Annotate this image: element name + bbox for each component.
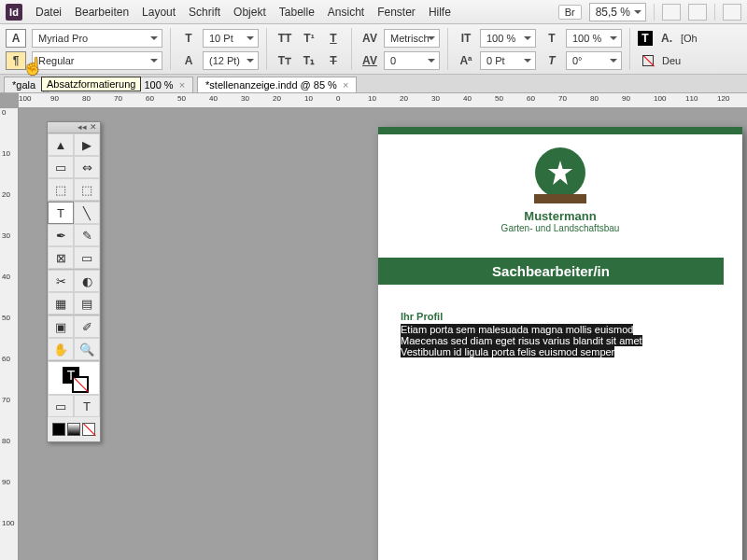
menu-schrift[interactable]: Schrift	[189, 6, 220, 19]
color-apply-row	[48, 417, 100, 441]
page-top-bar	[378, 127, 742, 134]
cursor-icon	[22, 56, 39, 77]
menu-layout[interactable]: Layout	[142, 6, 176, 19]
app-logo: Id	[6, 4, 22, 21]
company-logo-icon	[535, 147, 585, 198]
fill-color-icon[interactable]: T	[638, 31, 653, 46]
apply-none-icon[interactable]	[82, 423, 95, 436]
superscript-icon[interactable]: T¹	[299, 29, 319, 48]
transform-tool[interactable]: ◐	[74, 270, 100, 292]
apply-gradient-icon[interactable]	[67, 423, 80, 436]
content-collector-tool[interactable]: ⬚	[48, 178, 74, 201]
charstyle-icon[interactable]: A.	[656, 29, 677, 48]
type-tool[interactable]: T	[48, 202, 74, 224]
eyedropper-tool[interactable]: ✐	[74, 315, 100, 338]
hscale-dropdown[interactable]: 100 %	[566, 29, 622, 48]
selected-text-line[interactable]: Vestibulum id ligula porta felis euismod…	[401, 346, 720, 357]
page-body[interactable]: Ihr Profil Etiam porta sem malesuada mag…	[378, 285, 742, 384]
tab-stellenanzeige[interactable]: *stellenanzeige.indd @ 85 %×	[197, 77, 357, 92]
ruler-horizontal: 1009080706050403020100102030405060708090…	[19, 93, 747, 108]
close-icon[interactable]: ×	[343, 79, 348, 91]
view-mode-2-icon[interactable]	[688, 4, 707, 21]
document-page[interactable]: Mustermann Garten- und Landschaftsbau Sa…	[378, 127, 742, 560]
zoom-dropdown[interactable]: 85,5 %	[589, 3, 646, 21]
rect-frame-tool[interactable]: ⊠	[48, 246, 74, 269]
close-icon[interactable]: ×	[179, 79, 185, 91]
ruler-vertical: 0102030405060708090100110	[0, 108, 19, 560]
control-bar: A ¶ Myriad Pro Regular T10 Pt A(12 Pt) T…	[0, 24, 747, 75]
format-container-icon[interactable]: ▭	[48, 395, 74, 417]
job-title-banner: Sachbearbeiter/in	[378, 258, 724, 285]
screen-mode-icon[interactable]	[723, 4, 741, 21]
vscale-dropdown[interactable]: 100 %	[480, 29, 536, 48]
leading-dropdown[interactable]: (12 Pt)	[203, 51, 259, 70]
font-family-dropdown[interactable]: Myriad Pro	[32, 29, 162, 48]
menu-fenster[interactable]: Fenster	[377, 6, 416, 19]
menu-hilfe[interactable]: Hilfe	[429, 6, 451, 19]
ribbon-icon	[534, 194, 586, 203]
font-style-dropdown[interactable]: Regular	[32, 51, 162, 70]
selection-tool[interactable]: ▲	[48, 133, 74, 156]
profile-heading: Ihr Profil	[401, 311, 720, 322]
bridge-button[interactable]: Br	[558, 5, 582, 20]
gap-tool[interactable]: ⇔	[74, 156, 100, 178]
menu-ansicht[interactable]: Ansicht	[328, 6, 364, 19]
line-tool[interactable]: ╲	[74, 202, 100, 224]
direct-selection-tool[interactable]: ▶	[74, 133, 100, 156]
selected-text-line[interactable]: Etiam porta sem malesuada magna mollis e…	[401, 324, 720, 335]
hscale-icon: T	[542, 29, 562, 48]
vscale-icon: IT	[456, 29, 476, 48]
leading-icon: A	[178, 51, 199, 70]
subscript-icon[interactable]: T₁	[299, 51, 319, 70]
charstyle-value: [Oh	[681, 33, 698, 44]
menu-bar: Id Datei Bearbeiten Layout Schrift Objek…	[0, 0, 747, 24]
lang-label: Deu	[662, 55, 681, 66]
char-format-toggle[interactable]: A	[6, 29, 26, 48]
canvas[interactable]: ◂◂ ✕ ▲ ▶ ▭ ⇔ ⬚ ⬚ T ╲ ✒ ✎ ⊠ ▭ ✂ ◐ ▦ ▤	[19, 108, 747, 560]
menu-tabelle[interactable]: Tabelle	[279, 6, 315, 19]
baseline-dropdown[interactable]: 0 Pt	[480, 51, 536, 70]
zoom-tool[interactable]: 🔍	[74, 338, 100, 360]
company-name: Mustermann	[378, 209, 742, 223]
allcaps-icon[interactable]: TT	[275, 29, 295, 48]
smallcaps-icon[interactable]: Tᴛ	[275, 51, 295, 70]
content-placer-tool[interactable]: ⬚	[74, 178, 100, 201]
pen-tool[interactable]: ✒	[48, 224, 74, 246]
kerning-icon: AV	[359, 29, 380, 48]
font-size-icon: T	[178, 29, 199, 48]
tracking-icon: AV	[359, 51, 380, 70]
document-tabbar: *gala lenanzeige.indd @ 100 %× *stellena…	[0, 75, 747, 93]
menu-objekt[interactable]: Objekt	[233, 6, 266, 19]
skew-dropdown[interactable]: 0°	[566, 51, 622, 70]
font-size-dropdown[interactable]: 10 Pt	[203, 29, 259, 48]
note-tool[interactable]: ▣	[48, 315, 74, 338]
tooltip-absatzformatierung: Absatzformatierung	[41, 77, 141, 91]
scissors-tool[interactable]: ✂	[48, 270, 74, 292]
tracking-dropdown[interactable]: 0	[384, 51, 440, 70]
fill-stroke-proxy[interactable]: T	[48, 361, 100, 395]
menu-datei[interactable]: Datei	[35, 6, 62, 19]
baseline-icon: Aª	[456, 51, 476, 70]
gradient-feather-tool[interactable]: ▤	[74, 292, 100, 315]
strikethrough-icon[interactable]: T	[323, 51, 344, 70]
kerning-dropdown[interactable]: Metrisch	[384, 29, 440, 48]
page-logo-area: Mustermann Garten- und Landschaftsbau	[378, 134, 742, 241]
tools-panel[interactable]: ◂◂ ✕ ▲ ▶ ▭ ⇔ ⬚ ⬚ T ╲ ✒ ✎ ⊠ ▭ ✂ ◐ ▦ ▤	[47, 121, 101, 442]
skew-icon: T	[542, 51, 562, 70]
apply-color-icon[interactable]	[52, 423, 65, 436]
page-tool[interactable]: ▭	[48, 156, 74, 178]
tab-gala[interactable]: *gala	[4, 77, 44, 92]
pencil-tool[interactable]: ✎	[74, 224, 100, 246]
format-text-icon[interactable]: T	[74, 395, 100, 417]
underline-icon[interactable]: T	[323, 29, 344, 48]
panel-collapse-icon[interactable]: ◂◂ ✕	[48, 122, 100, 133]
gradient-swatch-tool[interactable]: ▦	[48, 292, 74, 315]
rectangle-tool[interactable]: ▭	[74, 246, 100, 269]
selected-text-line[interactable]: Maecenas sed diam eget risus varius blan…	[401, 335, 720, 346]
work-area: 1009080706050403020100102030405060708090…	[0, 93, 747, 560]
stroke-color-icon[interactable]	[638, 51, 658, 70]
view-mode-1-icon[interactable]	[662, 4, 681, 21]
menu-bearbeiten[interactable]: Bearbeiten	[75, 6, 129, 19]
company-tagline: Garten- und Landschaftsbau	[378, 223, 742, 233]
hand-tool[interactable]: ✋	[48, 338, 74, 360]
